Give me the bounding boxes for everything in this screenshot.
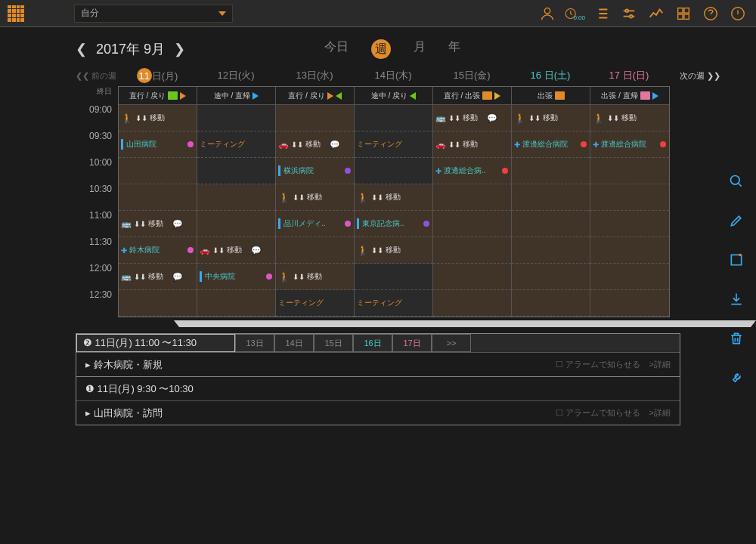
day-11[interactable]: 11日(月) <box>118 68 197 83</box>
day-14[interactable]: 14日(木) <box>354 69 432 82</box>
user-icon[interactable] <box>537 3 558 24</box>
trash-icon[interactable] <box>729 331 744 346</box>
badge-icon <box>640 91 650 100</box>
prev-week[interactable]: ❮❮前の週 <box>76 70 118 82</box>
date-tab-14[interactable]: 14日 <box>274 334 314 352</box>
allday-label: 終日 <box>76 86 112 104</box>
grid-icon[interactable] <box>8 5 24 22</box>
col-head-2: 途中 / 直帰 <box>197 87 275 105</box>
date-tab-17[interactable]: 17日 <box>392 334 432 352</box>
svg-point-2 <box>625 9 628 12</box>
user-selector[interactable]: 自分 <box>74 5 233 23</box>
next-week[interactable]: 次の週 ❯❯ <box>680 70 720 82</box>
arrow-left-icon <box>410 92 416 100</box>
col-head-1: 直行 / 戻り <box>119 87 197 105</box>
next-month[interactable]: ❯ <box>174 41 185 57</box>
col-head-4: 途中 / 戻り <box>355 87 432 105</box>
svg-rect-11 <box>731 255 741 264</box>
prev-month[interactable]: ❮ <box>76 41 87 57</box>
scroll-down-icon[interactable] <box>174 320 756 327</box>
search-icon[interactable] <box>729 174 744 189</box>
detail-panel: ❷ 11日(月) 11:00 〜11:30 13日 14日 15日 16日 17… <box>76 333 680 425</box>
new-icon[interactable] <box>729 252 744 267</box>
edit-icon[interactable] <box>729 213 744 228</box>
alarm-checkbox[interactable]: ☐ アラームで知らせる <box>556 359 640 370</box>
wrench-icon[interactable] <box>729 370 744 385</box>
sliders-icon[interactable] <box>618 3 640 24</box>
badge-icon <box>555 91 565 100</box>
badge-icon <box>482 91 492 100</box>
detail-tab-2[interactable]: ❶ 11日(月) 9:30 〜10:30 <box>76 376 680 400</box>
current-month: 2017年 9月 <box>96 40 165 58</box>
date-tab-13[interactable]: 13日 <box>235 334 274 352</box>
day-13[interactable]: 13日(水) <box>275 69 354 82</box>
col-head-5: 直行 / 出張 <box>433 87 511 105</box>
chevron-down-icon <box>218 11 226 16</box>
list-icon[interactable] <box>591 3 612 24</box>
arrow-right-icon <box>327 92 333 100</box>
view-today[interactable]: 今日 <box>324 39 349 59</box>
graph-icon[interactable] <box>646 3 667 24</box>
month-nav: ❮ 2017年 9月 ❯ <box>76 40 185 58</box>
arrow-icon <box>494 92 500 100</box>
download-icon[interactable] <box>729 292 744 307</box>
svg-point-3 <box>630 14 633 17</box>
alarm-checkbox[interactable]: ☐ アラームで知らせる <box>556 407 640 419</box>
calendar-grid: 直行 / 戻り 🚶⬇⬇移動 山田病院 🚌⬇⬇移動💬 ✚鈴木病院 🚌⬇⬇移動💬 途… <box>118 86 670 317</box>
arrow-icon <box>652 92 658 100</box>
detail-item-2[interactable]: ▸ 山田病院・訪問☐ アラームで知らせる>詳細 <box>76 400 680 425</box>
date-tab-15[interactable]: 15日 <box>314 334 353 352</box>
day-15[interactable]: 15日(金) <box>432 69 511 82</box>
help-icon[interactable] <box>700 3 721 24</box>
arrow-right-icon <box>253 92 259 100</box>
arrow-left-icon <box>336 92 342 100</box>
col-head-3: 直行 / 戻り <box>276 87 354 105</box>
detail-item-1[interactable]: ▸ 鈴木病院・新規☐ アラームで知らせる>詳細 <box>76 352 680 376</box>
date-tab-16[interactable]: 16日 <box>353 334 392 352</box>
svg-point-0 <box>544 8 550 13</box>
arrow-right-icon <box>180 92 186 100</box>
day-12[interactable]: 12日(火) <box>197 69 275 82</box>
svg-rect-6 <box>678 14 683 18</box>
col-head-6: 出張 <box>512 87 590 105</box>
apps-icon[interactable] <box>673 3 694 24</box>
view-year[interactable]: 年 <box>448 39 460 59</box>
svg-point-10 <box>731 176 740 185</box>
view-week[interactable]: 週 <box>371 39 391 59</box>
day-17[interactable]: 17 日(日) <box>590 69 668 82</box>
more-link[interactable]: >詳細 <box>649 359 671 370</box>
day-16[interactable]: 16 日(土) <box>511 69 590 82</box>
clock-icon[interactable]: 0:00 <box>564 3 585 24</box>
detail-tab-1[interactable]: ❷ 11日(月) 11:00 〜11:30 <box>76 334 235 352</box>
power-icon[interactable] <box>727 3 748 24</box>
svg-rect-5 <box>684 8 689 12</box>
more-link[interactable]: >詳細 <box>649 407 671 419</box>
col-head-7: 出張 / 直帰 <box>590 87 669 105</box>
badge-icon <box>168 91 178 100</box>
svg-rect-7 <box>684 14 689 18</box>
view-month[interactable]: 月 <box>414 39 426 59</box>
svg-rect-4 <box>678 8 683 12</box>
date-tab-more[interactable]: >> <box>432 334 471 352</box>
